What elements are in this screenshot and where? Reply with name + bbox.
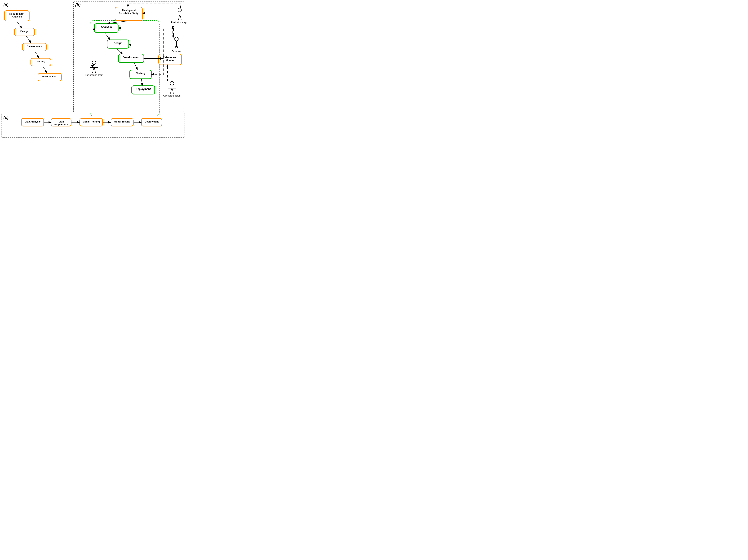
operations-team-legs [163, 89, 181, 94]
deployment-b-box: Deployment [131, 86, 155, 94]
release-monitor-box: Release and Monitor [158, 54, 182, 65]
customer-figure: Customer [171, 37, 181, 53]
development-a-box: Development [22, 43, 47, 51]
engineering-team-label: Engineering Team [85, 74, 103, 76]
development-b-box: Development [118, 54, 144, 63]
product-manager-leg-right [180, 15, 182, 20]
engineering-team-legs [85, 68, 103, 73]
customer-leg-left [175, 44, 177, 49]
product-manager-figure: Product Manager [171, 8, 187, 24]
operations-team-figure: Operations Team [163, 81, 181, 97]
testing-a-box: Testing [30, 58, 51, 66]
section-a-label: (a) [3, 3, 8, 7]
main-container: (a) (b) (c) Requirement Analysis Design … [0, 0, 187, 140]
svg-line-0 [17, 21, 22, 28]
planning-box: Planing and Feasibility Study [115, 7, 143, 21]
customer-legs [171, 44, 181, 49]
engineering-team-figure: Engineering Team [85, 61, 103, 76]
customer-head [174, 37, 179, 41]
product-manager-label: Product Manager [171, 21, 187, 24]
svg-line-2 [35, 51, 39, 58]
model-testing-box: Model Testing [111, 118, 134, 126]
data-analysis-box: Data Analysis [21, 118, 44, 126]
analysis-b-box: Analysis [94, 23, 118, 33]
design-b-box: Design [107, 40, 129, 49]
engineering-team-leg-right [94, 68, 96, 73]
operations-team-label: Operations Team [163, 94, 181, 97]
req-analysis-box: Requirement Analysis [4, 10, 29, 21]
product-manager-legs [171, 15, 187, 20]
engineering-team-head [92, 61, 96, 65]
product-manager-leg-left [178, 15, 180, 20]
model-training-box: Model Training [79, 118, 103, 126]
section-b-label: (b) [75, 3, 80, 7]
operations-team-leg-right [172, 89, 174, 94]
operations-team-head [170, 81, 174, 86]
testing-b-box: Testing [130, 70, 151, 79]
data-preparation-box: Data Preparation [51, 118, 71, 126]
svg-line-1 [26, 36, 31, 43]
section-c-label: (c) [3, 115, 8, 120]
product-manager-head [178, 8, 182, 12]
design-a-box: Design [14, 28, 35, 36]
maintenance-a-box: Maintenance [38, 73, 62, 81]
svg-line-3 [43, 66, 47, 73]
engineering-team-leg-left [92, 68, 94, 73]
customer-label: Customer [171, 50, 181, 53]
deployment-c-box: Deployment [141, 118, 162, 126]
customer-leg-right [177, 44, 178, 49]
operations-team-leg-left [170, 89, 172, 94]
